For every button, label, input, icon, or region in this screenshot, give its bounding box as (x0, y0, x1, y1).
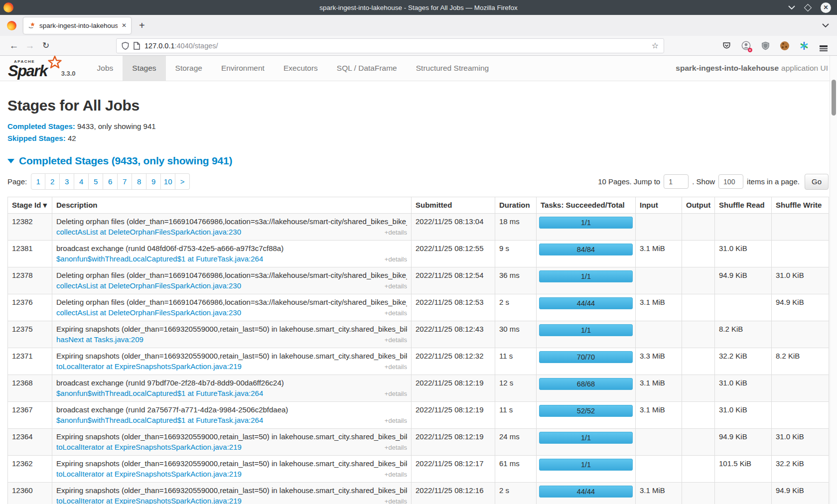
tasks-cell: 70/70 (537, 348, 636, 375)
page-link[interactable]: 5 (89, 173, 103, 190)
nav-item-structured-streaming[interactable]: Structured Streaming (407, 56, 498, 81)
stage-callsite-link[interactable]: collectAsList at DeleteOrphanFilesSparkA… (56, 281, 241, 290)
stage-description: Deleting orphan files (older_than=166910… (56, 217, 407, 226)
page-link[interactable]: 3 (60, 173, 74, 190)
details-toggle[interactable]: +details (385, 498, 407, 504)
header-stage-id[interactable]: Stage Id ▾ (8, 197, 52, 214)
cookie-extension-icon[interactable] (779, 40, 790, 51)
ublock-shield-icon[interactable] (760, 40, 771, 51)
header-duration[interactable]: Duration (495, 197, 537, 214)
table-row: 12376 Deleting orphan files (older_than=… (8, 294, 829, 321)
window-shade-icon[interactable] (788, 5, 795, 9)
task-progress-bar: 84/84 (539, 244, 633, 255)
details-toggle[interactable]: +details (385, 444, 407, 451)
header-output[interactable]: Output (682, 197, 715, 214)
shuffle-write-cell (772, 214, 829, 241)
page-link[interactable]: > (175, 173, 190, 190)
details-toggle[interactable]: +details (385, 417, 407, 424)
reload-button[interactable]: ↻ (38, 40, 54, 51)
jump-page-input[interactable] (664, 174, 689, 189)
page-link[interactable]: 1 (31, 173, 45, 190)
url-path: :4040/stages/ (174, 42, 218, 50)
stage-callsite-link[interactable]: toLocalIterator at ExpireSnapshotsSparkA… (56, 497, 242, 504)
account-icon[interactable]: ✕ (740, 40, 751, 51)
stage-id-cell: 12382 (8, 214, 52, 241)
page-link[interactable]: 10 (161, 173, 175, 190)
new-tab-button[interactable]: + (139, 20, 145, 30)
details-toggle[interactable]: +details (385, 471, 407, 478)
stage-callsite-link[interactable]: $anonfun$withThreadLocalCaptured$1 at Fu… (56, 254, 263, 263)
output-cell (682, 267, 715, 294)
browser-tab[interactable]: spark-ingest-into-lakehous ✕ (23, 17, 131, 34)
description-cell: Expiring snapshots (older_than=166932055… (52, 456, 412, 483)
window-close-icon[interactable]: ✕ (821, 2, 831, 13)
stage-description: broadcast exchange (runId 97bdf70e-2f28-… (56, 378, 407, 387)
forward-button[interactable]: → (22, 40, 38, 51)
header-submitted[interactable]: Submitted (412, 197, 495, 214)
shuffle-write-cell (772, 241, 829, 267)
stage-callsite-link[interactable]: $anonfun$withThreadLocalCaptured$1 at Fu… (56, 416, 263, 424)
details-toggle[interactable]: +details (385, 336, 407, 344)
header-description[interactable]: Description (52, 197, 412, 214)
stage-callsite-link[interactable]: collectAsList at DeleteOrphanFilesSparkA… (56, 308, 241, 317)
description-cell: Deleting orphan files (older_than=166910… (52, 294, 412, 321)
details-toggle[interactable]: +details (385, 282, 407, 290)
items-per-page-input[interactable] (718, 174, 743, 189)
url-bar[interactable]: 127.0.0.1:4040/stages/ ☆ (116, 38, 664, 53)
pocket-icon[interactable] (721, 40, 732, 51)
tab-list-chevron-icon[interactable] (822, 23, 829, 27)
header-tasks[interactable]: Tasks: Succeeded/Total (537, 197, 636, 214)
stage-callsite-link[interactable]: toLocalIterator at ExpireSnapshotsSparkA… (56, 443, 242, 451)
details-toggle[interactable]: +details (385, 390, 407, 397)
page-link[interactable]: 4 (74, 173, 89, 190)
skipped-stages-link[interactable]: Skipped Stages: (7, 134, 66, 142)
page-link[interactable]: 8 (132, 173, 146, 190)
nav-item-stages[interactable]: Stages (123, 56, 165, 81)
shuffle-read-cell: 94.9 KiB (715, 267, 772, 294)
shield-permissions-icon[interactable] (122, 42, 129, 50)
stage-description: Deleting orphan files (older_than=166910… (56, 271, 407, 279)
page-info-icon[interactable] (134, 42, 140, 50)
spark-version: 3.3.0 (61, 70, 76, 77)
stage-callsite-link[interactable]: toLocalIterator at ExpireSnapshotsSparkA… (56, 470, 242, 478)
nav-item-sql-dataframe[interactable]: SQL / DataFrame (327, 56, 407, 81)
completed-stages-section-toggle[interactable]: Completed Stages (9433, only showing 941… (7, 155, 829, 167)
page-link[interactable]: 2 (45, 173, 60, 190)
stage-callsite-link[interactable]: toLocalIterator at ExpireSnapshotsSparkA… (56, 362, 242, 371)
go-button[interactable]: Go (805, 174, 829, 190)
nav-item-jobs[interactable]: Jobs (88, 56, 123, 81)
window-maximize-icon[interactable] (804, 3, 812, 11)
details-toggle[interactable]: +details (385, 309, 407, 317)
stage-callsite-link[interactable]: hasNext at Tasks.java:209 (56, 335, 143, 344)
duration-cell: 9 s (495, 241, 537, 267)
scrollbar-thumb[interactable] (832, 80, 836, 116)
page-button-7: 7 (118, 173, 132, 190)
scrollbar-track[interactable] (830, 56, 837, 504)
spark-logo[interactable]: APACHE Spark (7, 56, 60, 81)
nav-item-environment[interactable]: Environment (212, 56, 274, 81)
details-toggle[interactable]: +details (385, 255, 407, 263)
bookmark-star-icon[interactable]: ☆ (652, 41, 659, 50)
nav-item-storage[interactable]: Storage (166, 56, 212, 81)
tasks-cell: 1/1 (537, 321, 636, 348)
tasks-cell: 68/68 (537, 375, 636, 402)
header-input[interactable]: Input (636, 197, 682, 214)
tab-close-icon[interactable]: ✕ (122, 22, 127, 28)
menu-hamburger-icon[interactable] (818, 40, 829, 51)
back-button[interactable]: ← (6, 40, 22, 51)
details-toggle[interactable]: +details (385, 363, 407, 371)
stage-callsite-link[interactable]: collectAsList at DeleteOrphanFilesSparkA… (56, 228, 241, 236)
details-toggle[interactable]: +details (385, 229, 407, 236)
asterisk-extension-icon[interactable] (799, 40, 810, 51)
stage-id-cell: 12364 (8, 429, 52, 456)
header-shuffle-read[interactable]: Shuffle Read (715, 197, 772, 214)
page-link[interactable]: 6 (103, 173, 118, 190)
page-link[interactable]: 9 (146, 173, 161, 190)
submitted-cell: 2022/11/25 08:13:04 (412, 214, 495, 241)
header-shuffle-write[interactable]: Shuffle Write (772, 197, 829, 214)
completed-stages-link[interactable]: Completed Stages: (7, 122, 75, 130)
page-link[interactable]: 7 (118, 173, 132, 190)
stage-callsite-link[interactable]: $anonfun$withThreadLocalCaptured$1 at Fu… (56, 389, 263, 397)
nav-item-label: Stages (132, 64, 156, 73)
nav-item-executors[interactable]: Executors (274, 56, 327, 81)
